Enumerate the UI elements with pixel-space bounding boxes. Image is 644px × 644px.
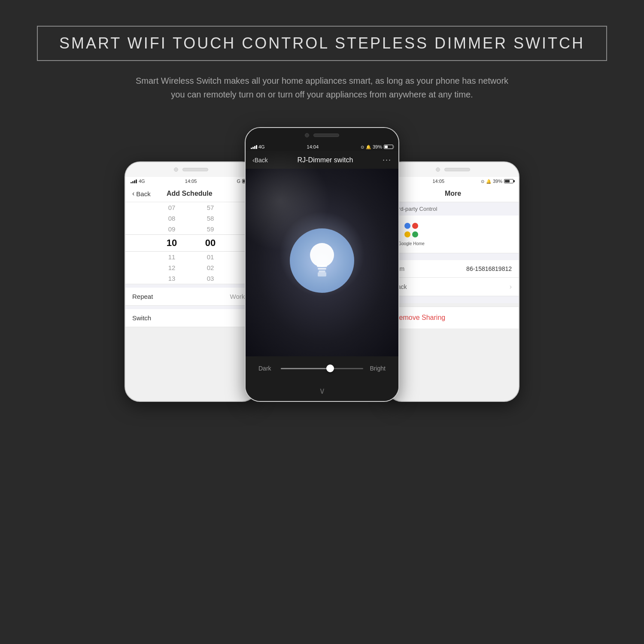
center-bottom: ∨ bbox=[246, 380, 398, 401]
signal-bars-left bbox=[131, 179, 137, 183]
status-time-left: 14:05 bbox=[185, 179, 197, 184]
google-home-label: Google Home bbox=[398, 241, 425, 246]
page-title: SMART WIFI TOUCH CONTROL STEPLESS DIMMER… bbox=[59, 34, 585, 52]
third-party-grid: Google Home bbox=[387, 216, 519, 253]
remove-sharing-row[interactable]: Remove Sharing bbox=[387, 307, 519, 328]
hour-11: 11 bbox=[165, 253, 178, 261]
dot-red bbox=[412, 223, 418, 229]
status-time-right: 14:05 bbox=[433, 179, 445, 184]
hour-13: 13 bbox=[165, 275, 178, 282]
settings-row-switch[interactable]: Switch bbox=[125, 309, 257, 327]
third-party-header: hird-party Control bbox=[387, 202, 519, 216]
battery-pct-right: 39% bbox=[493, 179, 502, 184]
slider-track[interactable] bbox=[281, 368, 363, 369]
status-signal-center: 4G bbox=[251, 144, 265, 149]
subtitle-text: Smart Wireless Switch makes all your hom… bbox=[129, 74, 515, 101]
network-type-left: 4G bbox=[139, 179, 145, 184]
phone-top-left bbox=[125, 162, 257, 177]
camera-icon-left bbox=[174, 167, 178, 172]
network-indicator-left: G bbox=[237, 179, 240, 184]
status-bar-right: G 14:05 ⊙ 🔔 39% bbox=[387, 177, 519, 185]
signal-bars-center bbox=[251, 145, 257, 149]
phone-top-center bbox=[246, 128, 398, 143]
slider-filled bbox=[281, 368, 330, 369]
battery-right bbox=[504, 179, 513, 183]
dark-label: Dark bbox=[258, 365, 276, 372]
slider-thumb[interactable] bbox=[326, 365, 334, 372]
speaker-left bbox=[182, 168, 208, 171]
signal-bar-1 bbox=[131, 182, 132, 183]
time-row-6: 12 02 bbox=[125, 262, 257, 273]
time-row-5: 11 01 bbox=[125, 252, 257, 262]
remove-sharing-text: Remove Sharing bbox=[394, 314, 445, 321]
signal-bar-4 bbox=[136, 179, 137, 183]
battery-pct-center: 39% bbox=[373, 144, 382, 149]
chevron-down-icon: ∨ bbox=[319, 386, 325, 396]
google-dots-icon bbox=[404, 222, 419, 238]
camera-icon-center bbox=[305, 133, 309, 137]
battery-fill-center bbox=[385, 146, 388, 148]
speaker-right bbox=[444, 168, 470, 171]
hour-09: 09 bbox=[165, 225, 178, 233]
time-row-2: 08 58 bbox=[125, 213, 257, 224]
clock-icon-right: ⊙ bbox=[481, 179, 484, 184]
network-center: 4G bbox=[258, 144, 265, 149]
third-party-label: hird-party Control bbox=[394, 206, 437, 212]
svg-rect-1 bbox=[317, 265, 327, 267]
nav-bar-right: More bbox=[387, 185, 519, 202]
time-row-1: 07 57 bbox=[125, 202, 257, 213]
google-home-button[interactable]: Google Home bbox=[394, 222, 428, 246]
hour-10-selected: 10 bbox=[165, 237, 178, 249]
nav-title-left: Add Schedule bbox=[167, 190, 213, 197]
battery-center bbox=[384, 145, 393, 149]
status-left-left: 4G bbox=[131, 179, 145, 184]
dot-green bbox=[412, 231, 418, 237]
back-arrow-left: ‹ bbox=[132, 190, 134, 197]
settings-row-repeat[interactable]: Repeat Workin bbox=[125, 288, 257, 306]
phone-left: 4G 14:05 G ‹ Back Add Schedule 07 57 bbox=[125, 161, 258, 402]
clock-icon: ⊙ bbox=[361, 145, 364, 149]
min-57: 57 bbox=[204, 204, 217, 211]
alarm-icon-right: 🔔 bbox=[486, 179, 491, 184]
min-58: 58 bbox=[204, 215, 217, 222]
time-row-selected: 10 00 bbox=[125, 234, 257, 252]
hour-08: 08 bbox=[165, 215, 178, 222]
bulb-icon bbox=[305, 241, 339, 280]
time-row-3: 09 59 bbox=[125, 224, 257, 234]
status-bar-left: 4G 14:05 G bbox=[125, 177, 257, 185]
min-59: 59 bbox=[204, 225, 217, 233]
time-row-7: 13 03 bbox=[125, 273, 257, 284]
battery-fill-right bbox=[505, 180, 510, 182]
slider-section[interactable]: Dark Bright bbox=[246, 356, 398, 380]
svg-rect-4 bbox=[318, 272, 326, 276]
hour-12: 12 bbox=[165, 264, 178, 271]
title-box: SMART WIFI TOUCH CONTROL STEPLESS DIMMER… bbox=[37, 26, 607, 61]
phone-top-right bbox=[387, 162, 519, 177]
back-button-left[interactable]: ‹ Back bbox=[132, 190, 151, 197]
min-00-selected: 00 bbox=[204, 237, 217, 249]
time-picker[interactable]: 07 57 08 58 09 59 10 00 11 01 12 02 bbox=[125, 202, 257, 284]
settings-gap-1 bbox=[125, 284, 257, 288]
signal-bar-3 bbox=[134, 180, 135, 183]
hour-07: 07 bbox=[165, 204, 178, 211]
alarm-icon: 🔔 bbox=[366, 145, 371, 149]
phone-right: G 14:05 ⊙ 🔔 39% More hird-party Control bbox=[386, 161, 519, 402]
phones-section: 4G 14:05 G ‹ Back Add Schedule 07 57 bbox=[0, 127, 644, 402]
header-section: SMART WIFI TOUCH CONTROL STEPLESS DIMMER… bbox=[0, 0, 644, 101]
status-right-right: ⊙ 🔔 39% bbox=[481, 179, 513, 184]
settings-gap-2 bbox=[125, 306, 257, 309]
info-row-back[interactable]: back › bbox=[387, 278, 519, 296]
more-button-center[interactable]: ··· bbox=[383, 155, 392, 164]
info-row-from: rom 86-15816819812 bbox=[387, 260, 519, 278]
signal-bar-2 bbox=[132, 181, 134, 183]
time-center: 14:04 bbox=[307, 144, 319, 149]
nav-title-right: More bbox=[445, 190, 461, 197]
back-label-left: Back bbox=[136, 190, 150, 197]
info-gap-2 bbox=[387, 296, 519, 303]
bright-label: Bright bbox=[368, 365, 386, 372]
bulb-bg bbox=[290, 228, 354, 293]
svg-point-0 bbox=[310, 243, 334, 267]
repeat-label: Repeat bbox=[132, 293, 153, 300]
svg-rect-2 bbox=[318, 268, 326, 270]
from-value: 86-15816819812 bbox=[466, 265, 512, 272]
